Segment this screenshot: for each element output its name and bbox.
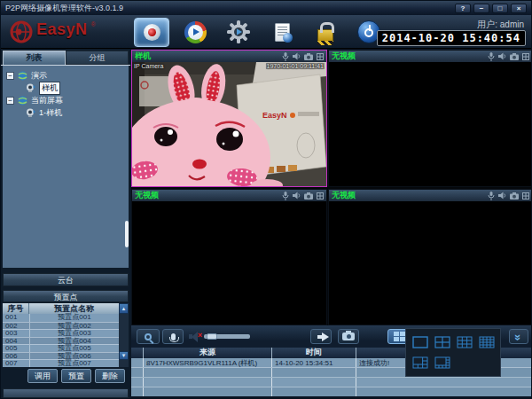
preset-row[interactable]: 002预置点002 xyxy=(3,322,129,330)
layout-icon[interactable] xyxy=(317,192,324,200)
layout-option-2x2[interactable] xyxy=(433,332,451,352)
snapshot-icon[interactable] xyxy=(304,192,313,200)
empty-video-frame[interactable] xyxy=(329,201,532,325)
preset-scroll-down-button[interactable]: ▼ xyxy=(119,351,129,360)
mute-speaker-icon[interactable]: × xyxy=(189,332,201,342)
speaker-icon[interactable] xyxy=(293,192,301,200)
mic-icon[interactable] xyxy=(488,192,495,200)
empty-video-frame[interactable] xyxy=(329,62,532,186)
video-panel-4[interactable]: 无视频 xyxy=(328,189,532,325)
layout-option-6split[interactable] xyxy=(411,354,429,373)
video-panel-3[interactable]: 无视频 xyxy=(131,189,327,325)
volume-slider-handle[interactable] xyxy=(207,333,217,340)
magnifier-icon xyxy=(145,333,152,340)
preset-section-bar[interactable]: 预置点 xyxy=(3,290,129,302)
collapse-expander-icon[interactable]: − xyxy=(6,72,14,80)
ptz-section-bar[interactable]: 云台 xyxy=(3,273,129,286)
mic-icon[interactable] xyxy=(282,192,289,200)
snapshot-icon[interactable] xyxy=(510,192,519,200)
app-window: P2P网络摄像机管理软件-v3.0.1.9 ? − □ × EasyN ® xyxy=(0,0,532,399)
digital-zoom-button[interactable] xyxy=(137,329,160,344)
settings-button[interactable] xyxy=(221,18,256,47)
tree-node-current-screen[interactable]: − 当前屏幕 xyxy=(3,94,129,106)
preset-name: 预置点004 xyxy=(29,338,119,345)
preset-delete-button[interactable]: 删除 xyxy=(95,369,125,383)
layout-icon[interactable] xyxy=(522,192,529,200)
event-time: 14-10-20 15:34:51 xyxy=(271,358,356,367)
camera-device-icon xyxy=(26,83,35,92)
security-button[interactable] xyxy=(308,18,343,47)
mic-icon[interactable] xyxy=(488,52,495,61)
layout-option-8split[interactable] xyxy=(433,354,451,373)
video-panel-1[interactable]: 样机 xyxy=(131,50,327,187)
event-source: 8V17HXWSRB9G1VLR111A (样机) xyxy=(143,358,271,367)
preset-row[interactable]: 001预置点001 xyxy=(3,314,129,322)
layout-option-3x3[interactable] xyxy=(455,332,473,352)
main-toolbar: EasyN ® xyxy=(1,15,531,49)
video-grid: 样机 xyxy=(131,50,532,325)
preset-index: 007 xyxy=(3,360,29,367)
preset-row[interactable]: 007预置点007 xyxy=(3,359,129,367)
mic-icon[interactable] xyxy=(282,52,289,61)
preset-name: 预置点003 xyxy=(29,330,119,337)
speaker-icon[interactable] xyxy=(498,192,506,200)
speaker-icon[interactable] xyxy=(498,52,506,60)
layout-icon[interactable] xyxy=(317,53,324,60)
monitor-camera-button[interactable] xyxy=(134,18,169,47)
preset-index: 002 xyxy=(3,323,29,330)
preset-call-button[interactable]: 调用 xyxy=(27,369,58,383)
brand-logo: EasyN ® xyxy=(10,20,96,43)
preset-index: 006 xyxy=(3,353,29,360)
preset-row[interactable]: 004预置点004 xyxy=(3,337,129,345)
preset-row[interactable]: 006预置点006 xyxy=(3,352,129,360)
datetime-display: 2014-10-20 15:40:54 xyxy=(377,30,526,46)
tab-list[interactable]: 列表 xyxy=(3,51,66,65)
video-panel-title: 无视频 xyxy=(135,190,159,201)
live-video-frame[interactable]: EasyN xyxy=(132,62,326,186)
collapse-button[interactable]: » xyxy=(509,329,528,344)
layout-option-4x4[interactable] xyxy=(477,332,496,352)
maximize-button[interactable]: □ xyxy=(492,4,508,13)
scene-box-brand: EasyN xyxy=(262,111,287,120)
layout-icon[interactable] xyxy=(522,53,529,60)
tree-item-label[interactable]: 1-样机 xyxy=(39,107,62,119)
video-panel-title: 无视频 xyxy=(332,51,356,62)
preset-row[interactable]: 003预置点003 xyxy=(3,329,129,337)
preset-set-button[interactable]: 预置 xyxy=(61,369,91,383)
talk-mic-button[interactable] xyxy=(162,329,184,344)
source-column-header: 来源 xyxy=(143,348,271,358)
sidebar-bottom-bar xyxy=(3,388,129,398)
preset-scroll-up-button[interactable]: ▲ xyxy=(119,303,129,314)
tree-node-label[interactable]: 演示 xyxy=(31,70,47,82)
collapse-expander-icon[interactable]: − xyxy=(6,97,14,105)
mic-icon xyxy=(171,333,176,340)
layout-popup xyxy=(405,328,501,377)
minimize-button[interactable]: − xyxy=(473,4,489,13)
empty-video-frame[interactable] xyxy=(132,201,326,325)
preset-name: 预置点007 xyxy=(29,360,119,367)
preset-index: 005 xyxy=(3,345,29,352)
speaker-icon[interactable] xyxy=(293,52,301,60)
layout-option-1x1[interactable] xyxy=(411,332,429,352)
tree-item-camera[interactable]: 样机 xyxy=(26,82,129,94)
preset-row[interactable]: 005预置点005 xyxy=(3,344,129,352)
log-button[interactable] xyxy=(264,18,300,47)
tree-scrollbar[interactable] xyxy=(125,221,129,247)
preset-scrollbar[interactable]: ▼ xyxy=(119,314,129,367)
brand-name: EasyN xyxy=(36,20,88,39)
tree-node-demo[interactable]: − 演示 xyxy=(3,69,129,82)
help-button[interactable]: ? xyxy=(455,4,471,13)
preset-name: 预置点005 xyxy=(29,345,119,352)
volume-slider[interactable] xyxy=(204,334,250,339)
close-button[interactable]: × xyxy=(511,4,527,13)
tree-item-1-camera[interactable]: 1-样机 xyxy=(26,106,129,119)
snapshot-icon[interactable] xyxy=(304,53,313,60)
alarm-output-button[interactable] xyxy=(310,329,332,344)
tab-group[interactable]: 分组 xyxy=(66,51,129,65)
snapshot-icon[interactable] xyxy=(510,53,519,60)
tree-item-label-selected[interactable]: 样机 xyxy=(39,82,60,95)
video-panel-2[interactable]: 无视频 xyxy=(328,50,532,187)
tree-node-label[interactable]: 当前屏幕 xyxy=(31,95,63,106)
snapshot-button[interactable] xyxy=(338,329,359,344)
playback-button[interactable] xyxy=(177,18,213,47)
